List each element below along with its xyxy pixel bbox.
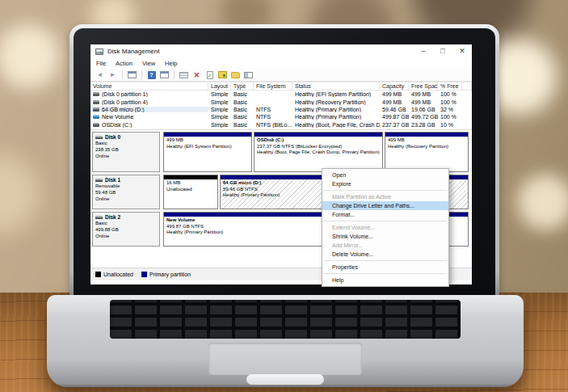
volume-name: 64 GB micro (D:): [102, 107, 145, 112]
cell-pct: 100 %: [438, 114, 462, 120]
cell-capacity: 499 MB: [380, 91, 409, 97]
cell-type: Basic: [231, 99, 254, 105]
menu-item-explore[interactable]: Explore: [322, 179, 448, 188]
laptop-trackpad: [208, 343, 362, 375]
menu-item-help[interactable]: Help: [322, 276, 448, 285]
menu-action[interactable]: Action: [116, 60, 133, 67]
delete-volume-icon[interactable]: ✕: [191, 70, 202, 80]
cell-type: Basic: [231, 91, 254, 97]
cell-capacity: 499.87 GB: [380, 114, 409, 120]
list-grid-icon[interactable]: [179, 70, 189, 80]
disk1-label[interactable]: Disk 1 Removable 59.48 GB Online: [92, 175, 160, 209]
column-header-layout[interactable]: Layout: [208, 82, 231, 91]
show-window-icon[interactable]: [159, 70, 170, 80]
disk-type: Basic: [95, 141, 157, 147]
menu-separator: [324, 260, 447, 261]
column-header-file-system[interactable]: File System: [254, 82, 292, 91]
disk-name: Disk 0: [105, 134, 120, 141]
cell-pct: 10 %: [438, 122, 462, 128]
menu-item-mark-partition-active: Mark Partition as Active: [322, 192, 448, 201]
partition-unallocated[interactable]: 16 MB Unallocated: [163, 175, 218, 209]
close-button[interactable]: ✕: [452, 44, 472, 58]
cell-status: Healthy (Recovery Partition): [292, 99, 380, 105]
cell-fs: NTFS: [254, 114, 292, 120]
forward-icon[interactable]: ►: [107, 70, 118, 80]
cell-layout: Simple: [208, 114, 231, 120]
title-bar: Disk Management – □ ✕: [90, 44, 472, 58]
menu-item-open[interactable]: Open: [322, 171, 448, 179]
menu-item-delete-volume[interactable]: Delete Volume...: [322, 250, 448, 259]
table-row[interactable]: (Disk 0 partition 4) Simple Basic Health…: [90, 98, 472, 105]
legend-primary-partition: Primary partition: [141, 272, 191, 277]
window-title: Disk Management: [107, 48, 159, 55]
laptop-keyboard: [110, 300, 461, 339]
cell-free: 19.06 GB: [409, 107, 438, 112]
disk-status: Online: [95, 234, 157, 240]
column-header-pct-free[interactable]: % Free: [438, 82, 462, 91]
disk-management-window: Disk Management – □ ✕ File Action View H…: [90, 44, 472, 285]
menu-view[interactable]: View: [142, 60, 155, 67]
table-row[interactable]: (Disk 0 partition 1) Simple Basic Health…: [90, 91, 472, 98]
disk-size: 59.48 GB: [95, 190, 157, 196]
cell-free: 499 MB: [409, 91, 438, 97]
check-document-icon[interactable]: ✓: [204, 70, 215, 80]
menu-item-format[interactable]: Format...: [322, 210, 448, 219]
menu-separator: [324, 273, 447, 274]
disk0-label[interactable]: Disk 0 Basic 238.35 GB Online: [92, 132, 160, 172]
column-header-status[interactable]: Status: [292, 82, 380, 91]
details-pane-icon[interactable]: [243, 70, 254, 80]
volume-icon: [93, 107, 99, 112]
volume-name: New Volume: [102, 114, 133, 120]
toolbar: ◄ ► ? ✕ ✓: [90, 69, 472, 82]
volume-icon: [93, 100, 99, 104]
toolbar-separator: [141, 70, 142, 79]
menu-item-properties[interactable]: Properties: [322, 263, 448, 272]
cell-fs: NTFS (BitLo...: [254, 122, 292, 128]
menu-item-shrink-volume[interactable]: Shrink Volume...: [322, 232, 448, 241]
cell-status: Healthy (Boot, Page File, Crash Dump, Pr…: [292, 122, 380, 128]
cell-layout: Simple: [208, 91, 231, 97]
volume-name: (Disk 0 partition 4): [102, 99, 148, 105]
partition-size: 16 MB: [166, 180, 215, 187]
table-row-selected[interactable]: 64 GB micro (D:) Simple Basic NTFS Healt…: [90, 106, 472, 113]
partition-recovery[interactable]: 499 MB Healthy (Recovery Partition): [385, 132, 469, 172]
table-row[interactable]: OSDisk (C:) Simple Basic NTFS (BitLo... …: [90, 121, 472, 129]
toolbar-separator: [122, 70, 123, 79]
new-volume-icon[interactable]: [217, 70, 228, 80]
open-folder-icon[interactable]: [230, 70, 241, 80]
help-icon[interactable]: ?: [146, 70, 157, 80]
volume-name: OSDisk (C:): [102, 122, 132, 128]
cell-status: Healthy (Primary Partition): [292, 107, 380, 112]
cell-status: Healthy (Primary Partition): [292, 114, 380, 120]
partition-status: Unallocated: [166, 187, 215, 193]
volume-list: Volume Layout Type File System Status Ca…: [90, 82, 472, 129]
column-header-capacity[interactable]: Capacity: [380, 82, 409, 91]
partition-size: 499 MB: [388, 137, 465, 144]
cell-pct: 100 %: [438, 99, 462, 105]
console-window-icon[interactable]: [127, 70, 137, 80]
menu-help[interactable]: Help: [165, 60, 177, 67]
volume-icon: [93, 92, 99, 96]
disk2-label[interactable]: Disk 2 Basic 499.88 GB Online: [92, 212, 160, 247]
column-header-volume[interactable]: Volume: [90, 82, 208, 91]
maximize-button[interactable]: □: [433, 44, 452, 58]
menu-bar: File Action View Help: [90, 58, 472, 69]
back-icon[interactable]: ◄: [95, 70, 105, 80]
cell-type: Basic: [231, 114, 254, 120]
disk-icon: [95, 216, 103, 219]
cell-type: Basic: [231, 107, 254, 112]
menu-item-change-drive-letter[interactable]: Change Drive Letter and Paths...: [322, 201, 448, 210]
partition-status: Healthy (Boot, Page File, Crash Dump, Pr…: [257, 150, 380, 156]
cell-capacity: 499 MB: [380, 99, 409, 105]
laptop-lid-notch: [246, 374, 324, 385]
legend-label: Unallocated: [103, 272, 133, 277]
disk-icon: [95, 179, 103, 182]
column-header-type[interactable]: Type: [231, 82, 254, 91]
disk-name: Disk 1: [105, 177, 120, 183]
minimize-button[interactable]: –: [414, 44, 433, 58]
partition-efi[interactable]: 499 MB Healthy (EFI System Partition): [163, 132, 252, 172]
menu-file[interactable]: File: [96, 60, 106, 67]
column-header-free-space[interactable]: Free Space: [409, 82, 438, 91]
table-row[interactable]: New Volume Simple Basic NTFS Healthy (Pr…: [90, 113, 472, 120]
partition-osdisk[interactable]: OSDisk (C:) 237.37 GB NTFS (BitLocker En…: [254, 132, 383, 172]
